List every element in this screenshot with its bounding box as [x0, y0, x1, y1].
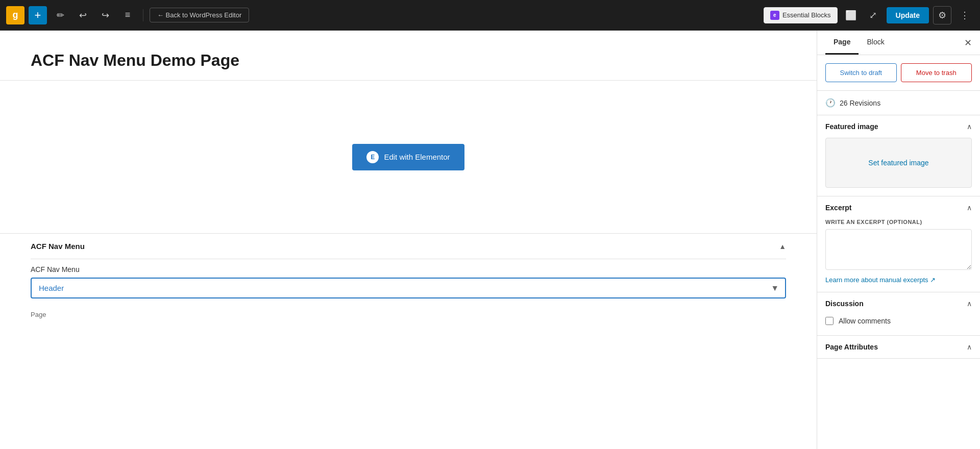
featured-image-title: Featured image: [825, 122, 878, 131]
discussion-header[interactable]: Discussion ∧: [817, 292, 980, 315]
tab-page[interactable]: Page: [825, 31, 859, 55]
list-view-button[interactable]: ≡: [118, 6, 137, 24]
move-to-trash-button[interactable]: Move to trash: [901, 63, 972, 82]
pen-icon: ✏: [57, 10, 64, 21]
main-layout: ACF Nav Menu Demo Page E Edit with Eleme…: [0, 31, 980, 449]
more-options-icon: ⋮: [960, 10, 969, 21]
acf-section-title: ACF Nav Menu: [31, 242, 85, 251]
featured-image-section: Featured image ∧ Set featured image: [817, 115, 980, 196]
essential-blocks-logo: e: [770, 11, 779, 20]
allow-comments-item: Allow comments: [825, 315, 972, 327]
monitor-icon: ⬜: [845, 10, 856, 21]
discussion-body: Allow comments: [817, 315, 980, 335]
page-attributes-title: Page Attributes: [825, 343, 878, 351]
excerpt-textarea[interactable]: [825, 229, 972, 270]
excerpt-header[interactable]: Excerpt ∧: [817, 196, 980, 219]
redo-icon: ↪: [102, 10, 109, 21]
acf-nav-menu-label: ACF Nav Menu: [31, 259, 786, 278]
acf-nav-menu-section: ACF Nav Menu ▲ ACF Nav Menu Header ▼ Pag…: [0, 234, 817, 322]
switch-to-draft-button[interactable]: Switch to draft: [825, 63, 897, 82]
page-title: ACF Nav Menu Demo Page: [31, 51, 786, 70]
toolbar: g + ✏ ↩ ↪ ≡ ← Back to WordPress Editor e…: [0, 0, 980, 31]
allow-comments-checkbox[interactable]: [825, 317, 834, 325]
acf-select-wrap: Header ▼: [31, 278, 786, 298]
app-logo: g: [6, 6, 24, 24]
panel-close-button[interactable]: ✕: [964, 37, 972, 48]
acf-collapse-button[interactable]: ▲: [779, 242, 786, 251]
page-attributes-section: Page Attributes ∧: [817, 336, 980, 359]
edit-with-elementor-button[interactable]: E Edit with Elementor: [352, 144, 464, 170]
right-panel: Page Block ✕ Switch to draft Move to tra…: [817, 31, 980, 449]
add-block-button[interactable]: +: [29, 6, 47, 24]
featured-image-body: Set featured image: [817, 138, 980, 196]
undo-button[interactable]: ↩: [74, 6, 92, 24]
acf-nav-menu-select[interactable]: Header: [31, 278, 786, 298]
panel-body: Switch to draft Move to trash 🕐 26 Revis…: [817, 55, 980, 359]
update-button[interactable]: Update: [887, 7, 929, 23]
discussion-section: Discussion ∧ Allow comments: [817, 292, 980, 336]
external-link-button[interactable]: ⤢: [864, 6, 883, 24]
revisions-icon: 🕐: [825, 98, 836, 108]
page-label: Page: [31, 307, 786, 322]
excerpt-section: Excerpt ∧ WRITE AN EXCERPT (OPTIONAL) Le…: [817, 196, 980, 292]
acf-section-header: ACF Nav Menu ▲: [31, 234, 786, 259]
page-title-area: ACF Nav Menu Demo Page: [0, 31, 817, 81]
page-attributes-header[interactable]: Page Attributes ∧: [817, 336, 980, 358]
editor-content: ACF Nav Menu Demo Page E Edit with Eleme…: [0, 31, 817, 449]
action-buttons: Switch to draft Move to trash: [817, 55, 980, 91]
set-featured-image-label: Set featured image: [868, 159, 928, 167]
page-attributes-toggle[interactable]: ∧: [967, 343, 972, 351]
settings-button[interactable]: ⚙: [933, 6, 951, 24]
discussion-toggle[interactable]: ∧: [967, 300, 972, 308]
external-link-icon: ⤢: [869, 10, 877, 21]
tab-block[interactable]: Block: [859, 31, 892, 55]
revisions-label: 26 Revisions: [840, 99, 880, 107]
redo-button[interactable]: ↪: [96, 6, 114, 24]
excerpt-learn-more-link[interactable]: Learn more about manual excerpts ↗: [825, 276, 972, 284]
discussion-title: Discussion: [825, 300, 864, 308]
list-icon: ≡: [125, 10, 131, 20]
elementor-edit-area: E Edit with Elementor: [0, 81, 817, 234]
undo-icon: ↩: [79, 10, 87, 21]
featured-image-header[interactable]: Featured image ∧: [817, 115, 980, 138]
revisions-row[interactable]: 🕐 26 Revisions: [817, 91, 980, 115]
monitor-view-button[interactable]: ⬜: [842, 6, 860, 24]
editor-area: ACF Nav Menu Demo Page E Edit with Eleme…: [0, 31, 817, 449]
excerpt-label: WRITE AN EXCERPT (OPTIONAL): [825, 219, 972, 225]
excerpt-title: Excerpt: [825, 204, 851, 212]
pen-tool-button[interactable]: ✏: [51, 6, 69, 24]
settings-icon: ⚙: [938, 10, 946, 21]
featured-image-toggle[interactable]: ∧: [967, 122, 972, 131]
essential-blocks-button[interactable]: e Essential Blocks: [764, 7, 838, 23]
excerpt-toggle[interactable]: ∧: [967, 204, 972, 212]
more-options-button[interactable]: ⋮: [955, 6, 974, 24]
toolbar-divider: [143, 9, 143, 21]
panel-header: Page Block ✕: [817, 31, 980, 55]
back-to-wordpress-button[interactable]: ← Back to WordPress Editor: [150, 8, 249, 22]
elementor-icon: E: [366, 151, 379, 163]
excerpt-body: WRITE AN EXCERPT (OPTIONAL) Learn more a…: [817, 219, 980, 292]
allow-comments-label: Allow comments: [839, 317, 891, 325]
set-featured-image-button[interactable]: Set featured image: [825, 138, 972, 188]
